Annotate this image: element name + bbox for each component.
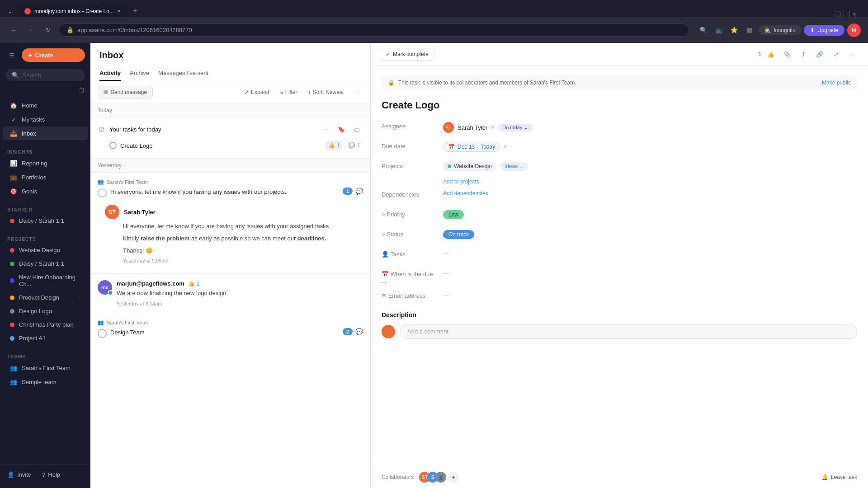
sidebar-item-christmas-party[interactable]: Christmas Party plan bbox=[3, 318, 88, 331]
remove-assignee-btn[interactable]: × bbox=[491, 124, 494, 131]
sidebar-inbox-label: Inbox bbox=[22, 130, 80, 137]
sidebar-top: ☰ + Create bbox=[0, 47, 90, 64]
sidebar-item-project-a1[interactable]: Project A1 bbox=[3, 332, 88, 345]
sidebar-item-website-design[interactable]: Website Design bbox=[3, 244, 88, 257]
sidebar-toggle-btn[interactable]: ▦ bbox=[743, 24, 756, 37]
sidebar-item-home[interactable]: 🏠 Home bbox=[3, 99, 88, 112]
sidebar-item-daisy-sarah-starred[interactable]: Daisy / Sarah 1:1 bbox=[3, 214, 88, 227]
tab-menu-btn[interactable]: ⌄ bbox=[4, 5, 16, 17]
remove-due-date-btn[interactable]: × bbox=[504, 144, 507, 150]
sidebar-item-sample-team[interactable]: 👥 Sample team › bbox=[3, 375, 88, 389]
more-options-icon[interactable]: ··· bbox=[320, 123, 332, 136]
add-dependencies-btn[interactable]: Add dependencies bbox=[443, 190, 488, 197]
search-btn[interactable]: 🔍 bbox=[697, 24, 710, 37]
user-avatar[interactable]: M bbox=[847, 23, 861, 37]
refresh-btn[interactable]: ↻ bbox=[42, 24, 54, 37]
sidebar-item-daisy-sarah-11[interactable]: Daisy / Sarah 1:1 bbox=[3, 257, 88, 270]
back-btn[interactable]: ← bbox=[7, 24, 20, 37]
mark-complete-btn[interactable]: ✓ Mark complete bbox=[380, 48, 434, 61]
do-today-label: Do today bbox=[502, 125, 522, 130]
window-minimize[interactable] bbox=[835, 11, 841, 17]
due-date-text: Dec 13 – Today bbox=[458, 144, 495, 150]
marjun-message-item[interactable]: mc marjun@pageflows.com 👍 1 bbox=[90, 274, 370, 313]
expand-btn[interactable]: ⤢ Expand bbox=[241, 87, 273, 98]
chevron-right-icon: › bbox=[79, 380, 80, 385]
sidebar-item-portfolios[interactable]: 💼 Portfolios bbox=[3, 170, 88, 184]
comment-button[interactable]: 💬 1 bbox=[346, 141, 363, 150]
leave-task-btn[interactable]: 🔔 Leave task bbox=[821, 474, 857, 480]
detail-attach-btn[interactable]: 📎 bbox=[780, 47, 794, 61]
bookmark-icon[interactable]: 🔖 bbox=[335, 123, 348, 136]
sidebar-item-new-hire[interactable]: New Hire Onboarding Ch... bbox=[3, 271, 88, 291]
inbox-panel: Inbox Activity Archive Messages I've sen… bbox=[90, 43, 371, 488]
dot-icon bbox=[10, 278, 14, 283]
status-badge[interactable]: On track bbox=[443, 230, 474, 239]
when-due-field: 📅 When is the due ... — bbox=[382, 270, 857, 284]
lock-icon: 🔒 bbox=[66, 27, 74, 33]
add-collaborator-btn[interactable]: + bbox=[448, 472, 459, 483]
detail-share-btn[interactable]: ⤴ bbox=[797, 47, 810, 61]
sidebar-item-reporting[interactable]: 📊 Reporting bbox=[3, 156, 88, 170]
create-button[interactable]: + Create bbox=[22, 48, 85, 62]
tasks-today-item[interactable]: ☑ Your tasks for today ··· 🔖 🗃 Create Lo… bbox=[90, 117, 370, 159]
address-bar[interactable]: 🔒 app.asana.com/0/inbox/1206160204288770 bbox=[59, 23, 689, 37]
detail-link-btn[interactable]: 🔗 bbox=[813, 47, 826, 61]
sort-btn[interactable]: ↕ Sort: Newest bbox=[304, 87, 347, 98]
upgrade-btn[interactable]: ⬆ Upgrade bbox=[804, 25, 844, 36]
active-tab[interactable]: moodjoy.com inbox - Create Lo... × bbox=[17, 5, 128, 17]
task-checkbox[interactable] bbox=[109, 142, 117, 149]
help-btn[interactable]: ? Help bbox=[38, 469, 65, 481]
sidebar-item-product-design[interactable]: Product Design › bbox=[3, 291, 88, 304]
do-today-badge[interactable]: Do today ⌄ bbox=[498, 124, 533, 131]
more-btn[interactable]: ··· bbox=[351, 87, 363, 98]
filter-btn[interactable]: ≡ Filter bbox=[277, 87, 301, 98]
incognito-btn[interactable]: 🕵 Incognito bbox=[759, 25, 801, 35]
inbox-scroll[interactable]: Today ☑ Your tasks for today ··· 🔖 🗃 bbox=[90, 103, 370, 488]
sidebar-item-inbox[interactable]: 📥 Inbox bbox=[3, 127, 88, 140]
sidebar-item-goals[interactable]: 🎯 Goals bbox=[3, 184, 88, 198]
window-maximize[interactable] bbox=[844, 11, 850, 17]
sidebar-item-my-tasks[interactable]: ✓ My tasks bbox=[3, 113, 88, 126]
sidebar-item-sarahs-first-team[interactable]: 👥 Sarah's First Team › bbox=[3, 361, 88, 375]
tab-close-btn[interactable]: × bbox=[118, 8, 121, 14]
tab-archive[interactable]: Archive bbox=[130, 66, 149, 81]
hamburger-menu[interactable]: ☰ bbox=[5, 49, 18, 61]
like-count: 1 bbox=[197, 281, 200, 287]
cast-btn[interactable]: 📺 bbox=[712, 24, 725, 37]
marjun-author-row: marjun@pageflows.com 👍 1 bbox=[117, 280, 363, 287]
sidebar-goals-label: Goals bbox=[22, 188, 80, 195]
search-bar[interactable]: 🔍 Search bbox=[5, 69, 85, 81]
priority-badge[interactable]: Low bbox=[443, 210, 464, 219]
sarah-message-item[interactable]: 👥 Sarah's First Team Hi everyone, let me… bbox=[90, 173, 370, 274]
invite-btn[interactable]: 👤 Invite bbox=[3, 469, 36, 481]
timer-icon[interactable]: ⏱ bbox=[78, 87, 85, 95]
marjun-like[interactable]: 👍 1 bbox=[188, 281, 200, 287]
window-close[interactable]: × bbox=[853, 11, 859, 17]
send-message-btn[interactable]: ✉ Send message bbox=[98, 86, 153, 99]
tab-activity[interactable]: Activity bbox=[99, 66, 121, 81]
tab-messages-sent[interactable]: Messages I've sent bbox=[158, 66, 208, 81]
comment-input[interactable]: Add a comment bbox=[400, 324, 857, 339]
projects-section-title: Projects bbox=[0, 233, 90, 244]
ideas-label: Ideas bbox=[505, 163, 518, 169]
archive-icon[interactable]: 🗃 bbox=[350, 123, 363, 136]
bookmark-btn[interactable]: ⭐ bbox=[728, 24, 741, 37]
detail-expand-btn[interactable]: ⤢ bbox=[829, 47, 843, 61]
detail-more-btn[interactable]: ··· bbox=[845, 47, 859, 61]
like-button[interactable]: 👍 1 bbox=[326, 141, 343, 150]
marjun-initials: mc bbox=[101, 285, 108, 290]
msg-mid: as early as possible so we can meet our bbox=[189, 235, 297, 242]
msg-bold2: deadlines. bbox=[297, 235, 326, 242]
due-date-badge[interactable]: 📅 Dec 13 – Today bbox=[443, 142, 500, 152]
teams-section-title: Teams bbox=[0, 350, 90, 361]
forward-btn[interactable]: → bbox=[24, 24, 37, 37]
new-tab-btn[interactable]: + bbox=[129, 5, 142, 17]
detail-like-btn[interactable]: 👍 bbox=[764, 47, 778, 61]
ideas-tag[interactable]: Ideas ⌄ bbox=[500, 162, 528, 171]
sidebar-item-design-logo[interactable]: Design Logo bbox=[3, 305, 88, 318]
add-to-projects-btn[interactable]: Add to projects bbox=[443, 178, 479, 185]
thanks-text: Thanks! 😊 bbox=[123, 247, 153, 254]
make-public-btn[interactable]: Make public bbox=[822, 80, 851, 86]
design-team-item[interactable]: 👥 Sarah's First Team Design Team 2 💬 bbox=[90, 313, 370, 348]
project-badge[interactable]: Website Design bbox=[443, 162, 496, 171]
